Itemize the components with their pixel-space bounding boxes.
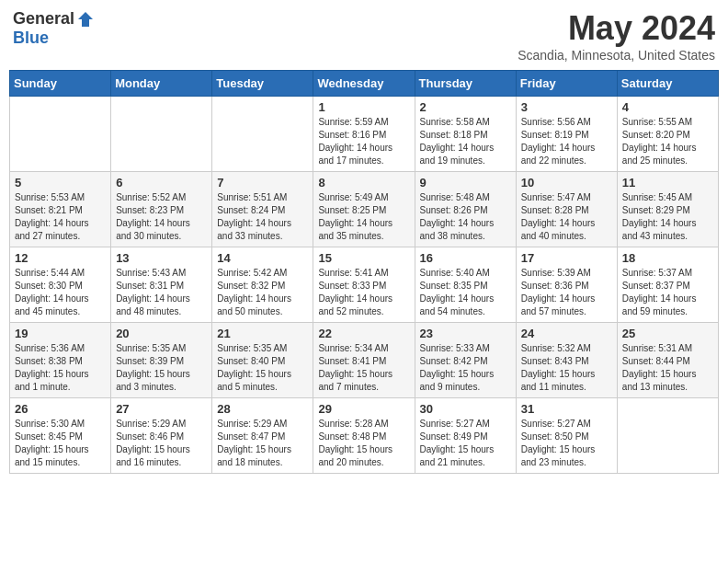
day-number: 21 [217, 327, 308, 340]
week-row-5: 26Sunrise: 5:30 AM Sunset: 8:45 PM Dayli… [10, 398, 719, 474]
location: Scandia, Minnesota, United States [518, 48, 715, 63]
day-info: Sunrise: 5:31 AM Sunset: 8:44 PM Dayligh… [622, 342, 713, 394]
calendar-cell: 5Sunrise: 5:53 AM Sunset: 8:21 PM Daylig… [10, 172, 111, 247]
day-info: Sunrise: 5:28 AM Sunset: 8:48 PM Dayligh… [318, 418, 409, 469]
day-number: 23 [420, 327, 511, 340]
day-info: Sunrise: 5:51 AM Sunset: 8:24 PM Dayligh… [217, 191, 308, 243]
day-number: 15 [318, 251, 409, 265]
weekday-header-sunday: Sunday [10, 71, 111, 97]
day-number: 30 [420, 402, 511, 416]
day-number: 14 [217, 251, 308, 265]
calendar-cell: 21Sunrise: 5:35 AM Sunset: 8:40 PM Dayli… [212, 323, 313, 398]
day-info: Sunrise: 5:41 AM Sunset: 8:33 PM Dayligh… [318, 267, 409, 318]
day-number: 9 [420, 176, 511, 190]
day-info: Sunrise: 5:55 AM Sunset: 8:20 PM Dayligh… [622, 116, 713, 167]
calendar-cell [111, 97, 212, 172]
calendar-cell: 14Sunrise: 5:42 AM Sunset: 8:32 PM Dayli… [212, 247, 313, 323]
logo-icon [76, 10, 95, 29]
day-info: Sunrise: 5:52 AM Sunset: 8:23 PM Dayligh… [116, 191, 207, 243]
week-row-1: 1Sunrise: 5:59 AM Sunset: 8:16 PM Daylig… [10, 97, 719, 172]
calendar-cell: 28Sunrise: 5:29 AM Sunset: 8:47 PM Dayli… [212, 398, 313, 474]
weekday-header-thursday: Thursday [415, 71, 516, 97]
day-info: Sunrise: 5:39 AM Sunset: 8:36 PM Dayligh… [521, 267, 612, 318]
day-info: Sunrise: 5:42 AM Sunset: 8:32 PM Dayligh… [217, 267, 308, 318]
calendar-cell [10, 97, 111, 172]
day-number: 17 [521, 251, 612, 265]
day-info: Sunrise: 5:27 AM Sunset: 8:50 PM Dayligh… [521, 418, 612, 469]
calendar-cell: 17Sunrise: 5:39 AM Sunset: 8:36 PM Dayli… [516, 247, 617, 323]
calendar-cell: 25Sunrise: 5:31 AM Sunset: 8:44 PM Dayli… [617, 323, 718, 398]
day-number: 11 [622, 176, 713, 190]
calendar-cell [212, 97, 313, 172]
calendar-cell: 24Sunrise: 5:32 AM Sunset: 8:43 PM Dayli… [516, 323, 617, 398]
day-number: 12 [15, 251, 106, 265]
day-info: Sunrise: 5:56 AM Sunset: 8:19 PM Dayligh… [521, 116, 612, 167]
day-number: 13 [116, 251, 207, 265]
week-row-3: 12Sunrise: 5:44 AM Sunset: 8:30 PM Dayli… [10, 247, 719, 323]
day-number: 26 [15, 402, 106, 416]
calendar-cell: 29Sunrise: 5:28 AM Sunset: 8:48 PM Dayli… [313, 398, 415, 474]
day-info: Sunrise: 5:40 AM Sunset: 8:35 PM Dayligh… [420, 267, 511, 318]
calendar-cell: 26Sunrise: 5:30 AM Sunset: 8:45 PM Dayli… [10, 398, 111, 474]
weekday-header-friday: Friday [516, 71, 617, 97]
day-number: 7 [217, 176, 308, 190]
day-info: Sunrise: 5:32 AM Sunset: 8:43 PM Dayligh… [521, 342, 612, 394]
title-section: May 2024 Scandia, Minnesota, United Stat… [518, 9, 715, 63]
day-number: 10 [521, 176, 612, 190]
svg-marker-0 [78, 12, 93, 27]
calendar-cell: 20Sunrise: 5:35 AM Sunset: 8:39 PM Dayli… [111, 323, 212, 398]
day-info: Sunrise: 5:58 AM Sunset: 8:18 PM Dayligh… [420, 116, 511, 167]
calendar-cell: 23Sunrise: 5:33 AM Sunset: 8:42 PM Dayli… [415, 323, 516, 398]
calendar-cell: 3Sunrise: 5:56 AM Sunset: 8:19 PM Daylig… [516, 97, 617, 172]
day-info: Sunrise: 5:29 AM Sunset: 8:47 PM Dayligh… [217, 418, 308, 469]
day-number: 27 [116, 402, 207, 416]
day-info: Sunrise: 5:37 AM Sunset: 8:37 PM Dayligh… [622, 267, 713, 318]
day-number: 25 [622, 327, 713, 340]
calendar-cell: 6Sunrise: 5:52 AM Sunset: 8:23 PM Daylig… [111, 172, 212, 247]
day-info: Sunrise: 5:33 AM Sunset: 8:42 PM Dayligh… [420, 342, 511, 394]
day-info: Sunrise: 5:43 AM Sunset: 8:31 PM Dayligh… [116, 267, 207, 318]
calendar-cell: 16Sunrise: 5:40 AM Sunset: 8:35 PM Dayli… [415, 247, 516, 323]
day-info: Sunrise: 5:59 AM Sunset: 8:16 PM Dayligh… [318, 116, 409, 167]
day-number: 18 [622, 251, 713, 265]
calendar-cell: 19Sunrise: 5:36 AM Sunset: 8:38 PM Dayli… [10, 323, 111, 398]
day-info: Sunrise: 5:44 AM Sunset: 8:30 PM Dayligh… [15, 267, 106, 318]
day-info: Sunrise: 5:49 AM Sunset: 8:25 PM Dayligh… [318, 191, 409, 243]
calendar-cell: 7Sunrise: 5:51 AM Sunset: 8:24 PM Daylig… [212, 172, 313, 247]
calendar-cell: 31Sunrise: 5:27 AM Sunset: 8:50 PM Dayli… [516, 398, 617, 474]
day-info: Sunrise: 5:35 AM Sunset: 8:39 PM Dayligh… [116, 342, 207, 394]
day-info: Sunrise: 5:34 AM Sunset: 8:41 PM Dayligh… [318, 342, 409, 394]
calendar-cell [617, 398, 718, 474]
week-row-2: 5Sunrise: 5:53 AM Sunset: 8:21 PM Daylig… [10, 172, 719, 247]
logo-blue: Blue [13, 29, 49, 48]
calendar-cell: 13Sunrise: 5:43 AM Sunset: 8:31 PM Dayli… [111, 247, 212, 323]
day-number: 19 [15, 327, 106, 340]
calendar-cell: 18Sunrise: 5:37 AM Sunset: 8:37 PM Dayli… [617, 247, 718, 323]
week-row-4: 19Sunrise: 5:36 AM Sunset: 8:38 PM Dayli… [10, 323, 719, 398]
logo: General Blue [13, 9, 95, 48]
day-number: 1 [318, 100, 409, 114]
day-info: Sunrise: 5:29 AM Sunset: 8:46 PM Dayligh… [116, 418, 207, 469]
day-number: 2 [420, 100, 511, 114]
day-number: 24 [521, 327, 612, 340]
day-number: 6 [116, 176, 207, 190]
day-info: Sunrise: 5:35 AM Sunset: 8:40 PM Dayligh… [217, 342, 308, 394]
weekday-header-saturday: Saturday [617, 71, 718, 97]
month-title: May 2024 [518, 9, 715, 48]
day-number: 16 [420, 251, 511, 265]
calendar-cell: 9Sunrise: 5:48 AM Sunset: 8:26 PM Daylig… [415, 172, 516, 247]
calendar-cell: 27Sunrise: 5:29 AM Sunset: 8:46 PM Dayli… [111, 398, 212, 474]
day-number: 29 [318, 402, 409, 416]
day-number: 3 [521, 100, 612, 114]
day-info: Sunrise: 5:53 AM Sunset: 8:21 PM Dayligh… [15, 191, 106, 243]
day-number: 31 [521, 402, 612, 416]
weekday-header-row: SundayMondayTuesdayWednesdayThursdayFrid… [10, 71, 719, 97]
day-number: 28 [217, 402, 308, 416]
day-number: 8 [318, 176, 409, 190]
calendar-cell: 10Sunrise: 5:47 AM Sunset: 8:28 PM Dayli… [516, 172, 617, 247]
calendar-cell: 2Sunrise: 5:58 AM Sunset: 8:18 PM Daylig… [415, 97, 516, 172]
day-number: 20 [116, 327, 207, 340]
day-number: 22 [318, 327, 409, 340]
calendar-cell: 12Sunrise: 5:44 AM Sunset: 8:30 PM Dayli… [10, 247, 111, 323]
calendar-cell: 1Sunrise: 5:59 AM Sunset: 8:16 PM Daylig… [313, 97, 415, 172]
